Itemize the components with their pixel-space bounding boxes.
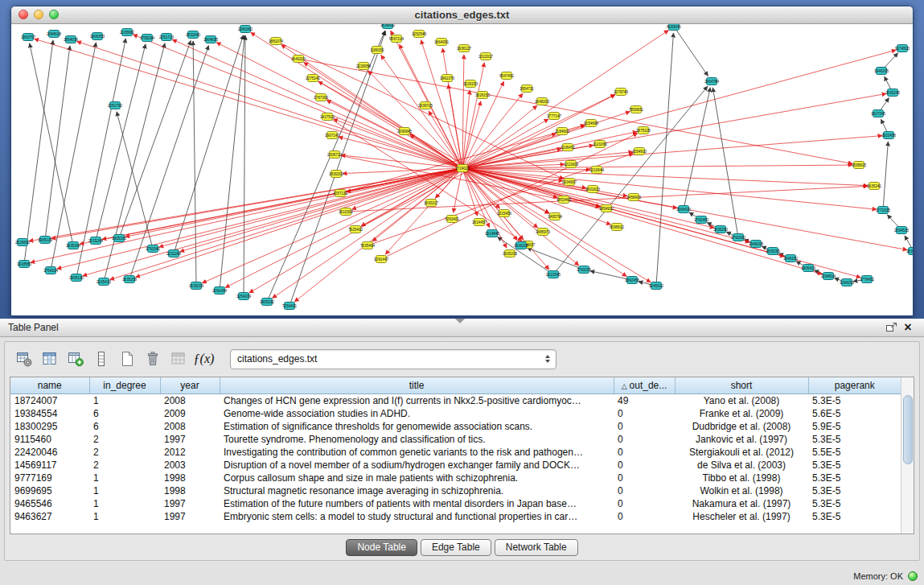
graph-node[interactable]: 1918580: [17, 261, 31, 268]
column-header-name[interactable]: name: [10, 377, 89, 394]
graph-edge[interactable]: [883, 142, 888, 210]
graph-node[interactable]: 1854932: [599, 205, 614, 212]
graph-node[interactable]: 1754204: [43, 267, 58, 274]
table-cell[interactable]: Nakamura et al. (1997): [675, 497, 808, 510]
table-cell[interactable]: 2008: [160, 394, 220, 408]
graph-node[interactable]: 1779452: [860, 276, 874, 283]
table-row[interactable]: 1938455462009Genome-wide association stu…: [10, 407, 901, 420]
graph-node[interactable]: 9547491: [499, 72, 514, 80]
graph-node[interactable]: 1875105: [636, 127, 651, 134]
graph-node[interactable]: 9567214: [389, 35, 404, 43]
graph-node[interactable]: 2791930: [731, 234, 745, 241]
graph-node[interactable]: 1724023: [455, 165, 470, 172]
table-cell[interactable]: 0: [614, 407, 675, 420]
graph-node[interactable]: 8096512: [610, 224, 624, 231]
table-row[interactable]: 1872400712008Changes of HCN gene express…: [10, 394, 901, 408]
graph-node[interactable]: 9274503: [895, 45, 910, 52]
graph-node[interactable]: 1905139: [38, 237, 52, 244]
graph-node[interactable]: 7925402: [348, 226, 363, 233]
graph-node[interactable]: 1322017: [478, 53, 493, 60]
graph-node[interactable]: 1595815: [852, 162, 866, 169]
table-cell[interactable]: 14569117: [10, 459, 89, 472]
graph-edge[interactable]: [462, 152, 633, 168]
table-cell[interactable]: 1: [89, 472, 160, 484]
graph-node[interactable]: 1771035: [876, 207, 890, 214]
graph-node[interactable]: 1636432: [380, 24, 395, 29]
table-cell[interactable]: 22420046: [10, 446, 89, 459]
graph-node[interactable]: 1495794: [548, 213, 562, 220]
graph-node[interactable]: 1946205: [874, 68, 889, 75]
graph-node[interactable]: 1094253: [840, 279, 854, 286]
table-cell[interactable]: 5.3E-5: [808, 394, 901, 408]
graph-node[interactable]: 7850831: [629, 106, 643, 113]
table-cell[interactable]: 0: [614, 472, 675, 484]
table-cell[interactable]: 18300295: [10, 420, 89, 433]
graph-node[interactable]: 1485973: [536, 229, 550, 236]
table-cell[interactable]: 5.3E-5: [808, 510, 901, 523]
graph-node[interactable]: 2226058: [356, 63, 371, 70]
table-cell[interactable]: 0: [614, 484, 675, 497]
graph-edge[interactable]: [119, 41, 191, 238]
graph-edge[interactable]: [462, 168, 611, 225]
table-cell[interactable]: 6: [89, 407, 160, 420]
table-cell[interactable]: 0: [614, 510, 675, 523]
graph-node[interactable]: 1936127: [457, 45, 471, 52]
graph-edge[interactable]: [77, 41, 462, 168]
graph-edge[interactable]: [193, 41, 196, 286]
graph-node[interactable]: 2232268: [166, 250, 181, 257]
table-cell[interactable]: 9465546: [10, 497, 89, 510]
graph-node[interactable]: 1054910: [632, 148, 647, 155]
graph-node[interactable]: 1664091: [434, 39, 449, 46]
table-cell[interactable]: 6: [89, 420, 160, 433]
table-cell[interactable]: 9115460: [10, 433, 89, 446]
table-cell[interactable]: Disruption of a novel member of a sodium…: [220, 459, 614, 472]
column-header-pagerank[interactable]: pagerank: [808, 377, 901, 394]
graph-edge[interactable]: [117, 112, 153, 249]
graph-node[interactable]: 1614457: [472, 219, 487, 226]
table-cell[interactable]: 1997: [160, 510, 220, 523]
graph-node[interactable]: 1210644: [589, 167, 604, 174]
graph-edge[interactable]: [462, 165, 852, 168]
graph-node[interactable]: 1635241: [867, 183, 881, 190]
graph-node[interactable]: 9245012: [649, 282, 663, 290]
graph-edge[interactable]: [462, 93, 886, 168]
graph-edge[interactable]: [462, 136, 882, 168]
table-cell[interactable]: 5.3E-5: [808, 472, 901, 484]
graph-edge[interactable]: [251, 32, 462, 168]
table-cell[interactable]: 2: [89, 433, 160, 446]
graph-node[interactable]: 2105413: [97, 278, 111, 286]
graph-node[interactable]: 1759294: [140, 35, 154, 42]
table-cell[interactable]: 5.3E-5: [808, 497, 901, 510]
table-cell[interactable]: 0: [614, 446, 675, 459]
table-row[interactable]: 969969511998Structural magnetic resonanc…: [10, 484, 901, 497]
graph-node[interactable]: 1091447: [374, 256, 388, 263]
create-column-icon[interactable]: [64, 348, 86, 370]
table-cell[interactable]: 0: [614, 459, 675, 472]
graph-edge[interactable]: [527, 248, 584, 270]
table-cell[interactable]: 19384554: [10, 407, 89, 420]
graph-node[interactable]: 1835264: [66, 242, 80, 249]
table-cell[interactable]: Tibbo et al. (1998): [675, 472, 808, 484]
graph-node[interactable]: 1830202: [329, 171, 343, 178]
delete-table-icon[interactable]: [142, 348, 163, 370]
graph-node[interactable]: 1186351: [370, 47, 384, 54]
graph-node[interactable]: 3226153: [463, 80, 478, 88]
graph-edge[interactable]: [174, 35, 244, 253]
table-row[interactable]: 2242004622012Investigating the contribut…: [10, 446, 901, 459]
show-columns-icon[interactable]: [39, 348, 60, 370]
graph-edge[interactable]: [83, 168, 462, 276]
graph-node[interactable]: 1079743: [614, 89, 628, 96]
table-cell[interactable]: 0: [614, 433, 675, 446]
table-cell[interactable]: Stergiakouli et al. (2012): [675, 446, 808, 459]
table-cell[interactable]: Corpus callosum shape and size in male p…: [220, 472, 614, 484]
graph-edge[interactable]: [381, 55, 462, 168]
graph-node[interactable]: 1964784: [704, 78, 719, 85]
table-cell[interactable]: 0: [614, 420, 675, 433]
graph-node[interactable]: 1635208: [122, 276, 137, 283]
table-cell[interactable]: Dudbridge et al. (2008): [675, 420, 808, 433]
graph-node[interactable]: 1854036: [64, 36, 78, 43]
table-cell[interactable]: Investigating the contribution of common…: [220, 446, 614, 459]
table-cell[interactable]: Estimation of significance thresholds fo…: [220, 420, 614, 433]
table-row[interactable]: 1456911722003Disruption of a novel membe…: [10, 459, 901, 472]
graph-node[interactable]: 1906420: [676, 206, 691, 213]
